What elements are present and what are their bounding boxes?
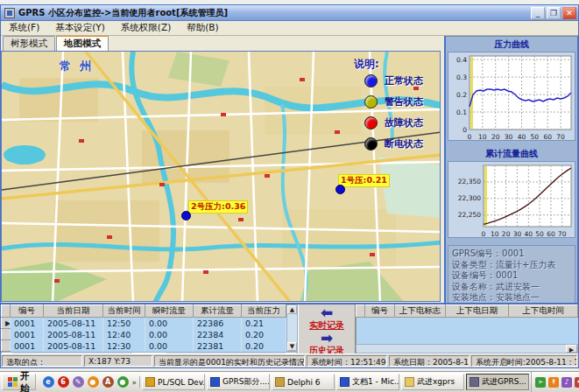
- status-system-time: 系统时间：12:51:49: [307, 355, 387, 367]
- svg-text:0: 0: [468, 133, 472, 141]
- svg-text:70: 70: [558, 230, 567, 238]
- svg-text:50: 50: [535, 230, 544, 238]
- city-map[interactable]: 常州 说明: 正常状态 警告状态: [1, 51, 441, 302]
- records-strip: 编号当前日期 当前时间瞬时流量 累计流量当前压力 ▶ 00012005-08-1…: [1, 303, 578, 354]
- orange-app-icon[interactable]: ●: [88, 376, 99, 388]
- legend-item-warning: 警告状态: [354, 95, 438, 108]
- power-table-body[interactable]: [356, 318, 578, 344]
- tray-vol-icon[interactable]: ♪: [561, 377, 572, 388]
- table-row[interactable]: 00012005-08-11 12:300.00 223810.20: [2, 340, 286, 352]
- main-content: 树形模式 地图模式: [1, 36, 578, 303]
- svg-text:40: 40: [525, 230, 533, 238]
- tab-map-mode[interactable]: 地图模式: [56, 36, 109, 51]
- realtime-vscrollbar[interactable]: ▲ ▼: [286, 304, 298, 352]
- status-start-time: 系统开启时间:2005-8-11 : 12:49:59: [471, 355, 577, 367]
- tab-tree-mode[interactable]: 树形模式: [3, 36, 55, 51]
- title-bar[interactable]: GPRS 小区分布监控->当前使用者root[系统管理员] _ ❐ ✕: [1, 5, 578, 21]
- window-title: GPRS 小区分布监控->当前使用者root[系统管理员]: [18, 7, 529, 19]
- start-label: 开始: [20, 370, 30, 392]
- windows-logo-icon: [8, 377, 18, 387]
- pressure-chart: 01020304050607000.10.20.30.4: [448, 52, 575, 141]
- device-info-panel: GPRS编号：0001 设备类型：流量计+压力表 设备编号：0001 设备名称：…: [448, 245, 575, 303]
- scroll-up-icon[interactable]: ▲: [287, 305, 297, 314]
- station2-marker[interactable]: [181, 211, 191, 220]
- legend-item-normal: 正常状态: [354, 74, 438, 88]
- svg-text:22,250: 22,250: [458, 211, 481, 219]
- app-icon: [4, 8, 15, 18]
- svg-text:20: 20: [502, 230, 511, 238]
- taskbar-button-gprs-doc[interactable]: GPRS部分....: [207, 374, 270, 390]
- taskbar-button-word-doc[interactable]: 文档1 - Mic...: [336, 374, 399, 390]
- status-bar: 选取的点： X:187 Y:73 当前显示的是0001的实时和历史记录情况! 系…: [1, 354, 578, 368]
- station1-marker[interactable]: [335, 185, 345, 194]
- scroll-right-icon[interactable]: ▶: [566, 345, 577, 353]
- normal-status-icon: [364, 74, 378, 88]
- green-app-icon[interactable]: ●: [117, 376, 129, 388]
- right-arrow-icon: ➡: [321, 332, 333, 345]
- info-device-type: 设备类型：流量计+压力表: [452, 260, 571, 271]
- map-legend: 说明: 正常状态 警告状态 故障状态: [354, 57, 438, 158]
- detail-panel: 压力曲线 01020304050607000.10.20.30.4 累计流量曲线…: [444, 36, 577, 303]
- chevron-icon[interactable]: »: [132, 378, 138, 387]
- minimize-button[interactable]: _: [531, 7, 545, 19]
- legend-label: 警告状态: [385, 95, 423, 108]
- legend-label: 断电状态: [385, 137, 423, 150]
- svg-text:0: 0: [482, 230, 486, 238]
- station1-label[interactable]: 1号压:0.21: [338, 174, 390, 187]
- city-name-label: 常州: [60, 59, 100, 74]
- menu-help[interactable]: 帮助(B): [179, 21, 226, 35]
- system-tray: ➣ ↟ ♪ ❖ CH 12:51: [531, 372, 579, 392]
- svg-text:10: 10: [491, 230, 499, 238]
- flow-chart-title: 累计流量曲线: [448, 147, 575, 161]
- tray-net-icon[interactable]: ❖: [575, 377, 579, 388]
- view-tabs: 树形模式 地图模式: [1, 36, 444, 51]
- tray-up-icon[interactable]: ↟: [548, 377, 559, 388]
- taskbar-button-folder[interactable]: 武进xgprs: [401, 374, 464, 390]
- svg-text:0.3: 0.3: [456, 74, 467, 81]
- svg-text:70: 70: [556, 133, 565, 141]
- svg-text:60: 60: [547, 230, 555, 238]
- power-hscrollbar[interactable]: ▶: [356, 344, 578, 354]
- menu-system[interactable]: 系统(F): [1, 21, 47, 35]
- svg-text:20: 20: [491, 133, 500, 141]
- power-table[interactable]: 编号上下电标志 上下电日期上下电时间: [356, 304, 578, 318]
- quick-launch: e 6 ✎ ● A ● »: [39, 376, 141, 388]
- scroll-down-icon[interactable]: ▼: [287, 342, 297, 351]
- svg-text:30: 30: [513, 230, 522, 238]
- table-row[interactable]: ▶ 00012005-08-11 12:500.00 223860.21: [2, 318, 286, 329]
- realtime-table-wrap: 编号当前日期 当前时间瞬时流量 累计流量当前压力 ▶ 00012005-08-1…: [1, 304, 298, 354]
- legend-item-fault: 故障状态: [354, 116, 438, 130]
- svg-text:60: 60: [543, 133, 552, 141]
- table-row[interactable]: 00012005-08-11 12:400.00 223840.20: [2, 329, 286, 340]
- status-selected-point: 选取的点：: [2, 355, 82, 367]
- status-coords: X:187 Y:73: [84, 355, 152, 367]
- realtime-table[interactable]: 编号当前日期 当前时间瞬时流量 累计流量当前压力 ▶ 00012005-08-1…: [1, 304, 286, 352]
- power-header-row: 编号上下电标志 上下电日期上下电时间: [357, 305, 578, 318]
- restore-button[interactable]: ❐: [547, 7, 561, 19]
- taskbar-button-delphi[interactable]: Delphi 6: [272, 374, 335, 390]
- station2-label[interactable]: 2号压力:0.36: [188, 200, 248, 214]
- realtime-header-row: 编号当前日期 当前时间瞬时流量 累计流量当前压力: [2, 305, 286, 318]
- menu-permissions[interactable]: 系统权限(Z): [113, 21, 179, 35]
- start-button[interactable]: 开始: [2, 374, 36, 390]
- red-app-icon[interactable]: 6: [58, 376, 69, 388]
- svg-text:0: 0: [462, 126, 467, 134]
- status-message: 当前显示的是0001的实时和历史记录情况!: [154, 355, 305, 367]
- menu-basic-settings[interactable]: 基本设定(Y): [47, 21, 113, 35]
- taskbar-button-plsql[interactable]: PL/SQL Dev...: [142, 374, 205, 390]
- pressure-chart-title: 压力曲线: [448, 38, 575, 52]
- pen-app-icon[interactable]: ✎: [73, 376, 84, 388]
- close-button[interactable]: ✕: [562, 7, 576, 19]
- power-table-wrap: 编号上下电标志 上下电日期上下电时间 ▶: [356, 304, 578, 354]
- legend-title: 说明:: [354, 57, 438, 72]
- legend-item-poweroff: 断电状态: [354, 137, 438, 150]
- flow-chart: 01020304050607022,25022,30022,350: [448, 161, 575, 238]
- taskbar: 开始 e 6 ✎ ● A ● » PL/SQL Dev... GPRS部分...…: [0, 371, 579, 392]
- row-selector-icon: ▶: [2, 318, 11, 329]
- taskbar-button-wujin-gprs[interactable]: 武进GPRS...: [466, 374, 529, 390]
- warning-status-icon: [364, 95, 378, 108]
- legend-label: 故障状态: [385, 116, 423, 130]
- tray-arrow-icon[interactable]: ➣: [535, 377, 546, 388]
- ie-icon[interactable]: e: [43, 376, 54, 388]
- mail-app-icon[interactable]: A: [102, 376, 114, 388]
